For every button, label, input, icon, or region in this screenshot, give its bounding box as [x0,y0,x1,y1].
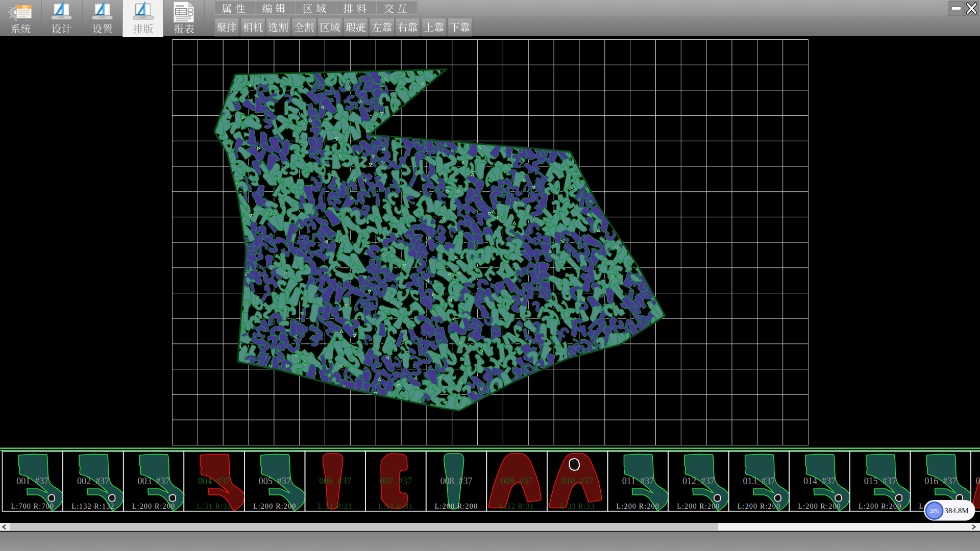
svg-text:009_#37: 009_#37 [501,476,533,486]
svg-text:L:32 R:31: L:32 R:31 [500,503,534,510]
svg-text:L:31 R:31: L:31 R:31 [378,503,413,510]
svg-text:L:200 R:200: L:200 R:200 [435,503,478,510]
svg-text:L:700 R:700: L:700 R:700 [11,503,54,510]
svg-text:004_#37: 004_#37 [198,476,230,486]
svg-text:008_#37: 008_#37 [440,476,473,486]
svg-text:006_#37: 006_#37 [319,476,351,486]
svg-text:007_#37: 007_#37 [380,476,412,486]
svg-text:005_#37: 005_#37 [259,476,291,486]
svg-text:L:200 R:200: L:200 R:200 [677,503,720,510]
svg-text:L:200 R:200: L:200 R:200 [859,503,901,510]
svg-text:L:132 R:132: L:132 R:132 [71,503,114,510]
svg-text:384.8M: 384.8M [944,507,968,515]
svg-text:L:200 R:200: L:200 R:200 [253,503,296,510]
svg-text:012_#37: 012_#37 [682,476,715,486]
svg-text:011_#37: 011_#37 [622,476,654,486]
svg-text:010_#37: 010_#37 [561,476,594,486]
svg-text:L:200 R:200: L:200 R:200 [738,503,780,510]
svg-text:002_#37: 002_#37 [77,476,109,486]
svg-text:L:21 R:21: L:21 R:21 [318,503,353,510]
svg-text:003_#37: 003_#37 [138,476,170,486]
svg-text:L:200 R:200: L:200 R:200 [132,503,175,510]
svg-text:014_#37: 014_#37 [803,476,836,486]
svg-text:L:200 R:200: L:200 R:200 [798,503,841,510]
svg-text:38%: 38% [929,508,940,514]
svg-text:L:31 R:31: L:31 R:31 [197,503,232,510]
svg-text:001_#37: 001_#37 [16,476,48,486]
svg-text:0: 0 [976,476,980,486]
svg-text:015_#37: 015_#37 [864,476,896,486]
svg-text:L:33 R:33: L:33 R:33 [560,503,595,510]
svg-text:016_#37: 016_#37 [924,476,957,486]
svg-text:L:200 R:200: L:200 R:200 [617,503,659,510]
svg-text:013_#37: 013_#37 [743,476,775,486]
